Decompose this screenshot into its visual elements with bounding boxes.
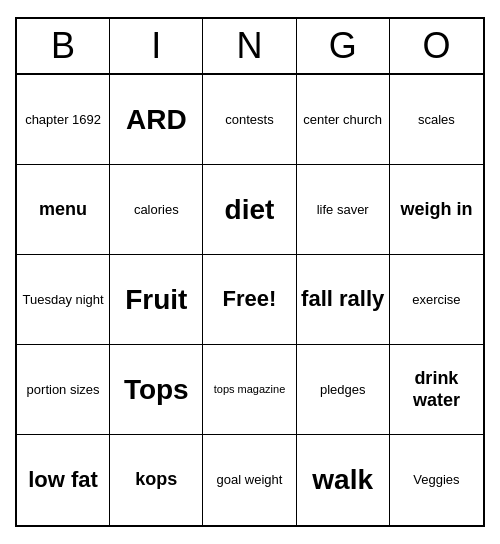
bingo-cell: pledges xyxy=(297,345,390,435)
bingo-cell: ARD xyxy=(110,75,203,165)
bingo-cell: Veggies xyxy=(390,435,483,525)
bingo-cell: Free! xyxy=(203,255,296,345)
header-letter: G xyxy=(297,19,390,73)
header-letter: B xyxy=(17,19,110,73)
bingo-cell: exercise xyxy=(390,255,483,345)
bingo-cell: portion sizes xyxy=(17,345,110,435)
header-letter: I xyxy=(110,19,203,73)
bingo-cell: walk xyxy=(297,435,390,525)
bingo-cell: calories xyxy=(110,165,203,255)
bingo-cell: scales xyxy=(390,75,483,165)
header-letter: N xyxy=(203,19,296,73)
bingo-cell: diet xyxy=(203,165,296,255)
bingo-cell: low fat xyxy=(17,435,110,525)
bingo-cell: tops magazine xyxy=(203,345,296,435)
bingo-cell: Tops xyxy=(110,345,203,435)
bingo-cell: fall rally xyxy=(297,255,390,345)
bingo-cell: chapter 1692 xyxy=(17,75,110,165)
bingo-header: BINGO xyxy=(17,19,483,75)
bingo-cell: menu xyxy=(17,165,110,255)
bingo-grid: chapter 1692ARDcontestscenter churchscal… xyxy=(17,75,483,525)
bingo-cell: weigh in xyxy=(390,165,483,255)
bingo-cell: Fruit xyxy=(110,255,203,345)
bingo-cell: Tuesday night xyxy=(17,255,110,345)
bingo-cell: kops xyxy=(110,435,203,525)
header-letter: O xyxy=(390,19,483,73)
bingo-cell: life saver xyxy=(297,165,390,255)
bingo-cell: center church xyxy=(297,75,390,165)
bingo-card: BINGO chapter 1692ARDcontestscenter chur… xyxy=(15,17,485,527)
bingo-cell: goal weight xyxy=(203,435,296,525)
bingo-cell: contests xyxy=(203,75,296,165)
bingo-cell: drink water xyxy=(390,345,483,435)
